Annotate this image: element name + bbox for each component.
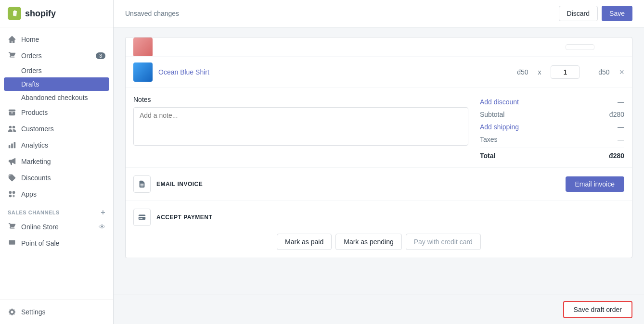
add-shipping-link[interactable]: Add shipping [480,123,519,131]
mark-as-paid-button[interactable]: Mark as paid [277,234,332,250]
settings-label: Settings [21,308,46,316]
summary-row-shipping: Add shipping — [480,121,624,133]
sidebar-item-analytics[interactable]: Analytics [0,137,113,153]
sidebar-item-customers[interactable]: Customers [0,121,113,137]
product-thumb-partial [133,37,153,57]
total-value: đ280 [609,152,624,160]
product-row-partial [126,37,632,57]
sidebar-item-apps[interactable]: Apps [0,186,113,202]
discard-button[interactable]: Discard [559,6,598,21]
taxes-label: Taxes [480,136,498,143]
product-price: đ50 [509,68,528,76]
summary-section: Add discount — Subtotal đ280 Add shippin… [480,96,624,160]
notes-summary-section: Notes Add discount — Subtotal đ280 Add s… [126,88,632,168]
sidebar-item-customers-label: Customers [21,125,54,133]
payment-icon [133,209,151,226]
notes-input[interactable] [133,107,468,146]
save-button[interactable]: Save [602,6,632,21]
sidebar-item-home-label: Home [21,36,39,43]
subtotal-value: đ280 [609,111,624,118]
product-total: đ50 [585,68,609,76]
taxes-value: — [618,136,624,143]
topbar-actions: Discard Save [559,6,632,21]
topbar-title: Unsaved changes [125,10,179,17]
summary-row-taxes: Taxes — [480,133,624,146]
eye-icon: 👁 [99,223,105,231]
product-row: Ocean Blue Shirt đ50 x đ50 × [126,57,632,88]
content-area: Ocean Blue Shirt đ50 x đ50 × Notes Add d… [114,27,644,295]
total-label: Total [480,152,495,160]
sidebar-subitem-orders[interactable]: Orders [0,64,113,77]
accept-payment-section: ACCEPT PAYMENT Mark as paid Mark as pend… [126,201,632,258]
sidebar-item-home[interactable]: Home [0,31,113,48]
email-invoice-title: EMAIL INVOICE [156,181,203,187]
product-qty-partial [566,44,594,50]
sidebar-item-marketing[interactable]: Marketing [0,153,113,170]
shopify-logo-icon [8,7,21,20]
payment-header: ACCEPT PAYMENT [133,209,624,226]
sidebar-item-discounts-label: Discounts [21,174,51,182]
product-image [133,62,153,82]
brand-name: shopify [25,9,56,19]
sidebar-item-pos[interactable]: Point of Sale [0,235,113,251]
save-draft-order-button[interactable]: Save draft order [563,301,632,318]
sidebar-item-products-label: Products [21,109,48,116]
product-name[interactable]: Ocean Blue Shirt [158,68,503,76]
product-thumb [133,62,153,82]
summary-row-discount: Add discount — [480,96,624,108]
sidebar-logo: shopify [0,0,113,27]
notes-label: Notes [133,96,468,103]
sidebar-item-online-store[interactable]: Online Store 👁 [0,219,113,235]
email-invoice-button[interactable]: Email invoice [566,176,624,192]
accept-payment-title: ACCEPT PAYMENT [156,214,212,221]
sales-channels-header: SALES CHANNELS + [0,202,113,219]
pos-label: Point of Sale [21,239,59,247]
payment-buttons: Mark as paid Mark as pending Pay with cr… [133,234,624,250]
add-sales-channel-button[interactable]: + [101,208,105,217]
subtotal-label: Subtotal [480,111,504,118]
sidebar-item-orders[interactable]: Orders 3 [0,48,113,64]
sidebar-item-discounts[interactable]: Discounts [0,170,113,186]
invoice-icon [133,175,151,193]
sidebar-subitem-abandoned[interactable]: Abandoned checkouts [0,91,113,104]
sidebar-nav: Home Orders 3 Orders Drafts Abandoned ch… [0,27,113,299]
sidebar-item-analytics-label: Analytics [21,141,48,149]
order-card: Ocean Blue Shirt đ50 x đ50 × Notes Add d… [125,37,632,258]
product-x: x [534,68,545,76]
sidebar-item-orders-label: Orders [21,52,42,60]
online-store-label: Online Store [21,223,59,231]
sidebar-item-settings[interactable]: Settings [0,304,113,320]
svg-rect-0 [9,240,15,245]
sidebar-item-products[interactable]: Products [0,104,113,121]
orders-badge: 3 [96,52,105,59]
topbar: Unsaved changes Discard Save [114,0,644,27]
sidebar-item-marketing-label: Marketing [21,158,51,165]
summary-row-subtotal: Subtotal đ280 [480,108,624,121]
notes-section: Notes [133,96,468,160]
main-content: Unsaved changes Discard Save Ocea [114,0,644,324]
sidebar-subitem-drafts[interactable]: Drafts [4,77,109,91]
discount-value: — [618,98,624,106]
product-image-partial [133,37,153,57]
bottom-bar: Save draft order [114,295,644,324]
product-remove-button[interactable]: × [619,67,624,77]
email-invoice-section: EMAIL INVOICE Email invoice [126,168,632,201]
shipping-value: — [618,123,624,131]
sidebar-bottom: Settings [0,299,113,324]
sidebar-item-apps-label: Apps [21,190,37,198]
pay-with-credit-card-button[interactable]: Pay with credit card [406,234,481,250]
add-discount-link[interactable]: Add discount [480,98,519,106]
mark-as-pending-button[interactable]: Mark as pending [335,234,402,250]
sidebar: shopify Home Orders 3 Orders Drafts Aban… [0,0,114,324]
summary-total-row: Total đ280 [480,148,624,160]
product-qty-input[interactable] [551,65,580,79]
